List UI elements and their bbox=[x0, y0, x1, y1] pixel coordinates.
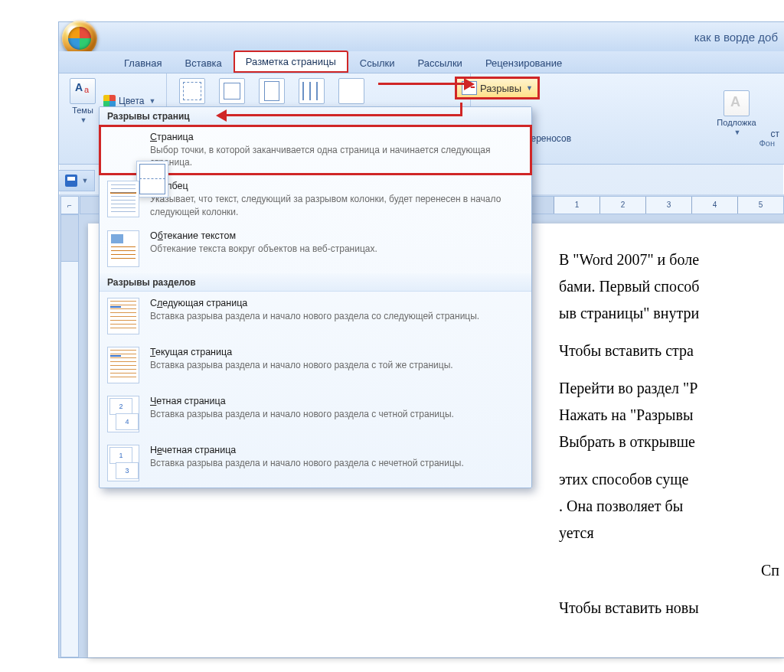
menu-item-title: Обтекание текстом bbox=[150, 230, 377, 241]
watermark-button[interactable]: Подложка ▼ bbox=[717, 89, 756, 138]
margins-icon bbox=[179, 78, 205, 104]
menu-item-desc: Обтекание текста вокруг объектов на веб-… bbox=[150, 243, 377, 255]
tab-home[interactable]: Главная bbox=[113, 53, 173, 73]
menu-item-title: Страница bbox=[150, 132, 502, 142]
menu-item-page-break[interactable]: Страница Выбор точки, в которой заканчив… bbox=[100, 126, 531, 175]
document-text[interactable]: В "Word 2007" и болебами. Первый способы… bbox=[559, 246, 779, 632]
themes-label: Темы bbox=[72, 106, 93, 115]
columns-button[interactable] bbox=[292, 77, 331, 106]
window-title: как в ворде доб bbox=[694, 31, 778, 44]
dropdown-section-header: Разрывы разделов bbox=[100, 273, 531, 292]
even-page-icon: 24 bbox=[107, 396, 139, 432]
dropdown-section-header: Разрывы страниц bbox=[100, 107, 531, 126]
menu-item-next-page[interactable]: Следующая страница Вставка разрыва разде… bbox=[100, 292, 531, 341]
ruler-tick: 4 bbox=[691, 197, 737, 214]
columns-icon bbox=[299, 78, 325, 104]
breaks-label: Разрывы bbox=[480, 83, 521, 94]
tab-review[interactable]: Рецензирование bbox=[474, 53, 573, 73]
text-wrapping-icon bbox=[107, 230, 139, 267]
annotation-arrow bbox=[225, 114, 462, 116]
tab-references[interactable]: Ссылки bbox=[348, 53, 407, 73]
size-button[interactable] bbox=[253, 77, 291, 106]
ruler-tick: 2 bbox=[599, 197, 645, 214]
menu-item-even-page[interactable]: 24 Четная страница Вставка разрыва разде… bbox=[100, 390, 531, 439]
menu-item-title: Четная страница bbox=[150, 396, 454, 406]
menu-item-title: Нечетная страница bbox=[150, 445, 464, 455]
tab-page-layout[interactable]: Разметка страницы bbox=[234, 51, 348, 73]
continuous-icon bbox=[107, 347, 139, 383]
paper-icon bbox=[338, 78, 364, 104]
margins-button[interactable] bbox=[173, 77, 211, 106]
group-background: Подложка ▼ ст Фон bbox=[689, 73, 784, 150]
vertical-ruler[interactable] bbox=[60, 214, 79, 657]
menu-item-desc: Указывает, что текст, следующий за разры… bbox=[150, 193, 502, 217]
chevron-down-icon: ▼ bbox=[149, 97, 155, 105]
ruler-tick: 1 bbox=[554, 197, 599, 214]
watermark-label: Подложка bbox=[717, 118, 756, 127]
column-break-icon bbox=[107, 181, 139, 217]
arrow-head-icon bbox=[464, 78, 475, 90]
colors-label: Цвета bbox=[119, 96, 144, 106]
tab-mailings[interactable]: Рассылки bbox=[407, 53, 474, 73]
orientation-icon bbox=[219, 78, 245, 104]
ruler-tick: 3 bbox=[645, 197, 691, 214]
breaks-dropdown: Разрывы страниц Страница Выбор точки, в … bbox=[99, 106, 532, 488]
title-bar: как в ворде доб bbox=[59, 22, 784, 51]
ribbon-tabs: Главная Вставка Разметка страницы Ссылки… bbox=[59, 51, 784, 73]
menu-item-title: Следующая страница bbox=[150, 298, 479, 308]
save-icon[interactable] bbox=[65, 175, 77, 187]
annotation-arrow bbox=[460, 103, 462, 116]
arrow-head-icon bbox=[216, 109, 227, 122]
orientation-button[interactable] bbox=[213, 77, 251, 106]
menu-item-desc: Выбор точки, в которой заканчивается одн… bbox=[150, 144, 502, 168]
menu-item-desc: Вставка разрыва раздела и начало нового … bbox=[150, 310, 479, 322]
menu-item-text-wrapping[interactable]: Обтекание текстом Обтекание текста вокру… bbox=[100, 224, 531, 273]
paper-button[interactable] bbox=[332, 77, 371, 106]
group-label: Фон bbox=[695, 138, 778, 148]
page-break-icon bbox=[136, 161, 168, 197]
next-page-icon bbox=[107, 298, 139, 334]
menu-item-continuous[interactable]: Текущая страница Вставка разрыва раздела… bbox=[100, 341, 531, 390]
chevron-down-icon: ▼ bbox=[526, 84, 533, 92]
colors-icon bbox=[103, 95, 116, 107]
quick-access-toolbar: ▼ bbox=[59, 170, 95, 191]
ruler-tick: 5 bbox=[737, 197, 783, 214]
chevron-down-icon: ▼ bbox=[734, 129, 741, 136]
menu-item-odd-page[interactable]: 13 Нечетная страница Вставка разрыва раз… bbox=[100, 439, 531, 488]
ruler-corner[interactable]: ⌐ bbox=[60, 196, 79, 214]
annotation-arrow bbox=[378, 83, 466, 85]
chevron-down-icon[interactable]: ▼ bbox=[82, 177, 89, 184]
watermark-icon bbox=[724, 90, 750, 116]
odd-page-icon: 13 bbox=[107, 445, 139, 481]
themes-button[interactable]: Темы ▼ bbox=[68, 77, 97, 126]
partial-text: ст bbox=[771, 129, 780, 139]
menu-item-desc: Вставка разрыва раздела и начало нового … bbox=[150, 359, 453, 371]
chevron-down-icon: ▼ bbox=[80, 116, 87, 124]
menu-item-title: Столбец bbox=[150, 181, 502, 191]
menu-item-desc: Вставка разрыва раздела и начало нового … bbox=[150, 457, 464, 469]
size-icon bbox=[259, 78, 285, 104]
themes-icon bbox=[70, 78, 96, 104]
tab-insert[interactable]: Вставка bbox=[173, 53, 233, 73]
menu-item-title: Текущая страница bbox=[150, 347, 453, 357]
menu-item-desc: Вставка разрыва раздела и начало нового … bbox=[150, 408, 454, 420]
